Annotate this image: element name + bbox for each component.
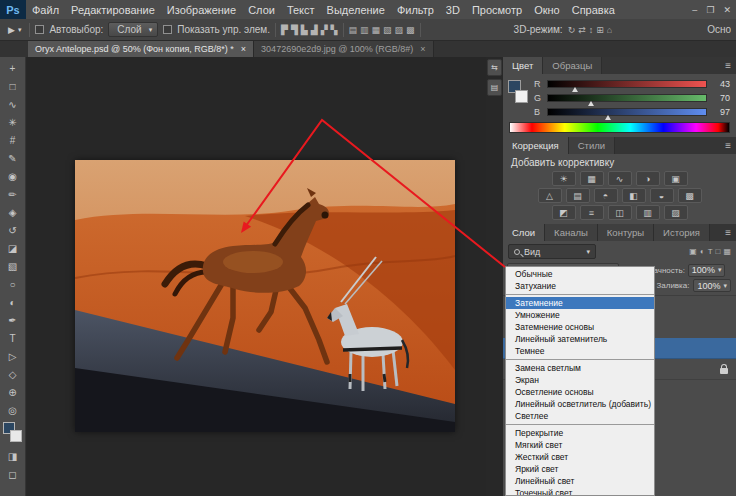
blend-option[interactable]: Затемнение [506,297,654,309]
photo-filter-icon[interactable]: ◒ [650,188,674,203]
background-color-swatch[interactable] [10,430,22,442]
posterize-icon[interactable]: ≡ [580,205,604,220]
menu-item-3D[interactable]: 3D [440,4,466,16]
threshold-icon[interactable]: ◫ [608,205,632,220]
rectangular-marquee-tool[interactable]: □ [0,77,26,95]
vibrance-icon[interactable]: △ [538,188,562,203]
blend-option[interactable]: Затемнение основы [506,321,654,333]
distribute-right-edges-icon[interactable]: ▩ [406,25,415,35]
blend-option[interactable]: Точечный свет [506,487,654,496]
workspace-switcher[interactable]: Осно [707,24,731,35]
canvas-image[interactable] [75,160,455,432]
dodge-tool[interactable]: ◐ [0,293,26,311]
show-transform-controls-checkbox[interactable] [163,25,172,34]
move-tool[interactable]: + [0,59,26,77]
color-balance-icon[interactable]: ◓ [594,188,618,203]
close-icon[interactable]: ✕ [723,5,731,15]
toolbar-color-swatches[interactable] [0,421,26,447]
channel-value[interactable]: 43 [712,79,730,89]
eyedropper-tool[interactable]: ✎ [0,149,26,167]
align-right-edges-icon[interactable]: ▙ [301,25,308,35]
history-brush-tool[interactable]: ↺ [0,221,26,239]
tab-Контуры[interactable]: Контуры [598,224,654,241]
menu-item-Фильтр[interactable]: Фильтр [391,4,440,16]
distribute-top-edges-icon[interactable]: ▤ [349,25,358,35]
panel-menu-icon[interactable]: ≡ [725,227,731,238]
channel-value[interactable]: 70 [712,93,730,103]
collapse-dock-icon[interactable]: ⇆ [487,59,502,76]
close-tab-icon[interactable]: × [241,44,246,54]
blend-option[interactable]: Линейный свет [506,475,654,487]
3d-slide-icon[interactable]: ⊞ [596,25,604,35]
panel-menu-icon[interactable]: ≡ [725,60,731,71]
autoselect-checkbox[interactable] [35,25,44,34]
hue-saturation-icon[interactable]: ▤ [566,188,590,203]
filter-adjustment-layers-icon[interactable]: ◐ [700,247,705,256]
screen-mode-tool[interactable]: ◻ [0,465,26,483]
clone-stamp-tool[interactable]: ◈ [0,203,26,221]
selective-color-icon[interactable]: ▨ [664,205,688,220]
panel-dock-icon[interactable]: ▤ [487,79,502,96]
menu-item-Текст[interactable]: Текст [281,4,321,16]
distribute-left-edges-icon[interactable]: ▧ [383,25,392,35]
blend-option[interactable]: Замена светлым [506,362,654,374]
align-left-edges-icon[interactable]: ▛ [281,25,288,35]
minimize-icon[interactable]: – [692,5,697,15]
color-lookup-icon[interactable]: ▣ [664,171,688,186]
distribute-bottom-edges-icon[interactable]: ▦ [372,25,381,35]
blend-option[interactable]: Линейный затемнитель [506,333,654,345]
autoselect-target-select[interactable]: Слой ▾ [108,22,158,37]
blend-option[interactable]: Мягкий свет [506,439,654,451]
align-top-edges-icon[interactable]: ▟ [311,25,318,35]
filter-smart-objects-icon[interactable]: ▦ [723,247,731,256]
background-color-swatch[interactable] [515,90,528,103]
3d-pan-icon[interactable]: ↕ [589,25,594,35]
zoom-tool[interactable]: ◎ [0,401,26,419]
close-tab-icon[interactable]: × [420,44,425,54]
eraser-tool[interactable]: ◪ [0,239,26,257]
blend-option[interactable]: Обычные [506,268,654,280]
slider-thumb[interactable] [588,101,594,106]
menu-item-Справка[interactable]: Справка [566,4,621,16]
menu-item-Изображение[interactable]: Изображение [161,4,242,16]
3d-roll-icon[interactable]: ⇄ [578,25,586,35]
gradient-tool[interactable]: ▧ [0,257,26,275]
tab-Цвет[interactable]: Цвет [503,57,543,74]
channel-slider[interactable] [547,80,707,88]
lasso-tool[interactable]: ∿ [0,95,26,113]
blend-option[interactable]: Умножение [506,309,654,321]
blur-tool[interactable]: ○ [0,275,26,293]
panel-menu-icon[interactable]: ≡ [725,140,731,151]
blend-option[interactable]: Яркий свет [506,463,654,475]
tab-Коррекция[interactable]: Коррекция [503,137,569,154]
shape-tool[interactable]: ◇ [0,365,26,383]
blend-option[interactable]: Темнее [506,345,654,357]
pen-tool[interactable]: ✒ [0,311,26,329]
menu-item-Слои[interactable]: Слои [242,4,281,16]
channel-slider[interactable] [547,108,707,116]
fill-field[interactable]: 100% ▾ [693,279,731,292]
path-selection-tool[interactable]: ▷ [0,347,26,365]
blend-option[interactable]: Затухание [506,280,654,292]
maximize-icon[interactable]: ❐ [706,5,714,15]
healing-brush-tool[interactable]: ◉ [0,167,26,185]
align-horizontal-centers-icon[interactable]: ▜ [291,25,298,35]
slider-thumb[interactable] [605,115,611,120]
channel-value[interactable]: 97 [712,107,730,117]
document-tab[interactable]: 30472690e2d9.jpg @ 100% (RGB/8#)× [254,41,434,57]
exposure-icon[interactable]: ◑ [636,171,660,186]
opacity-field[interactable]: 100% ▾ [688,264,726,277]
distribute-vertical-centers-icon[interactable]: ▥ [360,25,369,35]
blend-option[interactable]: Светлее [506,410,654,422]
filter-pixel-layers-icon[interactable]: ▣ [689,247,697,256]
blend-option[interactable]: Жесткий свет [506,451,654,463]
blend-option[interactable]: Перекрытие [506,427,654,439]
crop-tool[interactable]: # [0,131,26,149]
menu-item-Редактирование[interactable]: Редактирование [65,4,161,16]
tab-История[interactable]: История [654,224,710,241]
current-tool-preset[interactable]: ▶ ▾ [5,25,24,35]
quick-selection-tool[interactable]: ✳ [0,113,26,131]
menu-item-Файл[interactable]: Файл [26,4,65,16]
layer-filter-select[interactable]: Вид ▾ [508,244,596,259]
brush-tool[interactable]: ✏ [0,185,26,203]
